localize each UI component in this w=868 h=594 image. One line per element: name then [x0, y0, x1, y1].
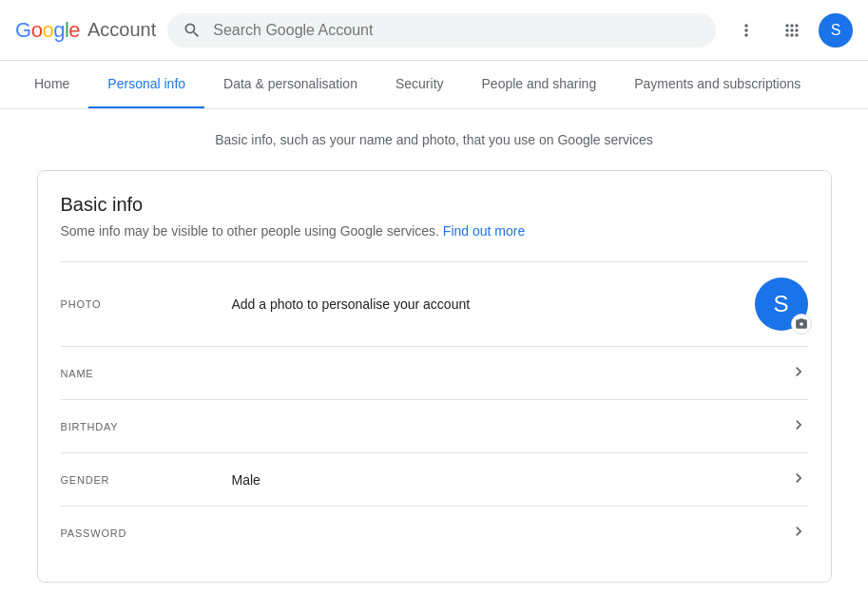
apps-icon [782, 21, 801, 40]
photo-description: Add a photo to personalise your account [232, 297, 755, 312]
birthday-label: BIRTHDAY [61, 421, 232, 432]
name-label: NAME [61, 368, 232, 379]
tab-home[interactable]: Home [15, 61, 88, 109]
photo-label: PHOTO [61, 298, 232, 310]
camera-icon [791, 314, 812, 335]
more-options-button[interactable] [727, 11, 765, 49]
search-icon [183, 21, 202, 40]
birthday-row[interactable]: BIRTHDAY [61, 399, 808, 452]
tab-security[interactable]: Security [376, 61, 463, 109]
google-logo-text: Google [15, 18, 80, 43]
header-actions: S [727, 11, 853, 49]
find-out-more-link[interactable]: Find out more [443, 223, 525, 239]
tab-payments[interactable]: Payments and subscriptions [615, 61, 820, 109]
card-title: Basic info [61, 194, 808, 216]
more-vert-icon [737, 21, 756, 40]
gender-value: Male [232, 472, 789, 488]
photo-row[interactable]: PHOTO Add a photo to personalise your ac… [61, 261, 808, 346]
tab-people-sharing[interactable]: People and sharing [463, 61, 616, 109]
tab-personal-info[interactable]: Personal info [88, 61, 204, 109]
page-content: Basic info, such as your name and photo,… [0, 109, 868, 594]
gender-label: GENDER [61, 474, 232, 486]
apps-button[interactable] [773, 11, 811, 49]
search-bar [167, 13, 716, 48]
page-subtitle: Basic info, such as your name and photo,… [15, 132, 853, 147]
password-label: PASSWORD [61, 527, 232, 539]
gender-row[interactable]: GENDER Male [61, 452, 808, 506]
photo-avatar: S [755, 278, 808, 331]
password-row[interactable]: PASSWORD [61, 506, 808, 559]
card-description: Some info may be visible to other people… [61, 223, 808, 239]
password-chevron-icon [789, 522, 808, 544]
birthday-chevron-icon [789, 415, 808, 437]
basic-info-card: Basic info Some info may be visible to o… [37, 170, 832, 583]
gender-chevron-icon [789, 469, 808, 490]
logo: Google Account [15, 18, 156, 43]
account-logo-text: Account [87, 19, 156, 41]
tab-data-personalisation[interactable]: Data & personalisation [204, 61, 376, 109]
nav-tabs: Home Personal info Data & personalisatio… [0, 61, 868, 109]
user-avatar[interactable]: S [819, 13, 853, 48]
name-row[interactable]: NAME [61, 346, 808, 399]
name-chevron-icon [789, 362, 808, 384]
header: Google Account S [0, 0, 868, 61]
search-input[interactable] [213, 22, 701, 39]
